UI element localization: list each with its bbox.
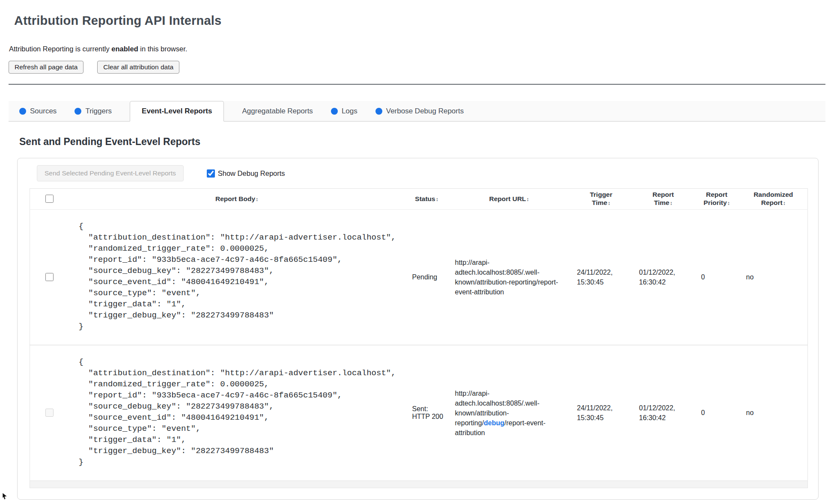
tab-aggregatable-reports-label: Aggregatable Reports xyxy=(242,107,313,116)
tab-bar: Sources Triggers Event-Level Reports Agg… xyxy=(9,101,825,122)
column-header-status[interactable]: Status↕ xyxy=(405,189,448,210)
show-debug-reports-checkbox[interactable] xyxy=(207,169,215,178)
panel-controls: Send Selected Pending Event-Level Report… xyxy=(37,165,818,181)
report-row-checkbox[interactable] xyxy=(45,409,54,417)
status-text-suffix: in this browser. xyxy=(138,45,188,53)
column-header-report-time[interactable]: Report Time↕ xyxy=(632,189,694,210)
trigger-time: 24/11/2022, 15:30:45 xyxy=(570,210,632,345)
refresh-all-button[interactable]: Refresh all page data xyxy=(9,61,83,74)
randomized-report: no xyxy=(739,210,808,345)
sort-icon: ↕ xyxy=(436,196,438,202)
report-status: Sent: HTTP 200 xyxy=(405,345,448,481)
tab-verbose-debug-reports[interactable]: Verbose Debug Reports xyxy=(375,107,464,116)
report-time: 01/12/2022, 16:30:42 xyxy=(632,345,694,481)
sort-icon: ↕ xyxy=(608,200,610,206)
sort-icon: ↕ xyxy=(527,196,529,202)
tab-event-level-reports[interactable]: Event-Level Reports xyxy=(130,101,224,122)
event-level-reports-table: Report Body↕ Status↕ Report URL↕ Trigger… xyxy=(30,188,808,488)
column-header-report-body[interactable]: Report Body↕ xyxy=(69,189,405,210)
verbose-debug-dot-icon xyxy=(375,108,382,115)
column-header-report-priority[interactable]: Report Priority↕ xyxy=(694,189,739,210)
send-selected-reports-button[interactable]: Send Selected Pending Event-Level Report… xyxy=(37,165,184,181)
report-url: http://arapi-adtech.localhost:8085/.well… xyxy=(448,345,570,481)
status-enabled-text: enabled xyxy=(111,45,138,53)
tab-verbose-debug-reports-label: Verbose Debug Reports xyxy=(386,107,464,116)
attribution-internals-page: Attribution Reporting API Internals Attr… xyxy=(0,0,834,500)
tab-aggregatable-reports[interactable]: Aggregatable Reports xyxy=(242,107,313,116)
triggers-dot-icon xyxy=(74,108,81,115)
sort-icon: ↕ xyxy=(727,200,730,206)
report-priority: 0 xyxy=(694,210,739,345)
report-status: Pending xyxy=(405,210,448,345)
report-time: 01/12/2022, 16:30:42 xyxy=(632,210,694,345)
show-debug-reports-label: Show Debug Reports xyxy=(218,169,285,178)
report-body-json: { "attribution_destination": "http://ara… xyxy=(69,210,405,345)
sort-icon: ↕ xyxy=(256,196,258,202)
tab-event-level-reports-label: Event-Level Reports xyxy=(142,107,212,116)
clear-all-button[interactable]: Clear all attribution data xyxy=(97,61,179,74)
report-body-json: { "attribution_destination": "http://ara… xyxy=(69,345,405,480)
randomized-report: no xyxy=(739,345,808,481)
debug-url-segment: debug xyxy=(484,419,504,427)
sort-icon: ↕ xyxy=(783,200,786,206)
trigger-time: 24/11/2022, 15:30:45 xyxy=(570,345,632,481)
report-row-sent: { "attribution_destination": "http://ara… xyxy=(30,345,808,481)
column-header-trigger-time[interactable]: Trigger Time↕ xyxy=(570,189,632,210)
status-text-prefix: Attribution Reporting is currently xyxy=(9,45,111,53)
tab-triggers[interactable]: Triggers xyxy=(74,107,112,116)
report-row-pending: { "attribution_destination": "http://ara… xyxy=(30,210,808,345)
show-debug-reports-toggle[interactable]: Show Debug Reports xyxy=(207,169,285,178)
logs-dot-icon xyxy=(331,108,338,115)
report-priority: 0 xyxy=(694,345,739,481)
table-footer-row xyxy=(30,481,808,488)
tab-sources-label: Sources xyxy=(30,107,57,116)
column-header-randomized-report[interactable]: Randomized Report↕ xyxy=(739,189,808,210)
api-status-line: Attribution Reporting is currently enabl… xyxy=(9,45,825,53)
column-header-report-url[interactable]: Report URL↕ xyxy=(448,189,570,210)
page-title: Attribution Reporting API Internals xyxy=(14,14,825,28)
tab-logs-label: Logs xyxy=(342,107,357,116)
tab-triggers-label: Triggers xyxy=(85,107,112,116)
tab-logs[interactable]: Logs xyxy=(331,107,357,116)
sources-dot-icon xyxy=(19,108,26,115)
reports-panel: Send Selected Pending Event-Level Report… xyxy=(17,158,819,500)
report-row-checkbox[interactable] xyxy=(45,273,54,281)
select-all-checkbox[interactable] xyxy=(45,195,54,203)
section-title: Sent and Pending Event-Level Reports xyxy=(19,136,825,148)
mouse-cursor-icon xyxy=(2,493,8,500)
sort-icon: ↕ xyxy=(670,200,672,206)
tab-sources[interactable]: Sources xyxy=(19,107,57,116)
table-header-row: Report Body↕ Status↕ Report URL↕ Trigger… xyxy=(30,189,808,210)
toolbar: Refresh all page data Clear all attribut… xyxy=(9,61,825,74)
divider xyxy=(9,84,825,85)
report-url: http://arapi-adtech.localhost:8085/.well… xyxy=(448,210,570,345)
